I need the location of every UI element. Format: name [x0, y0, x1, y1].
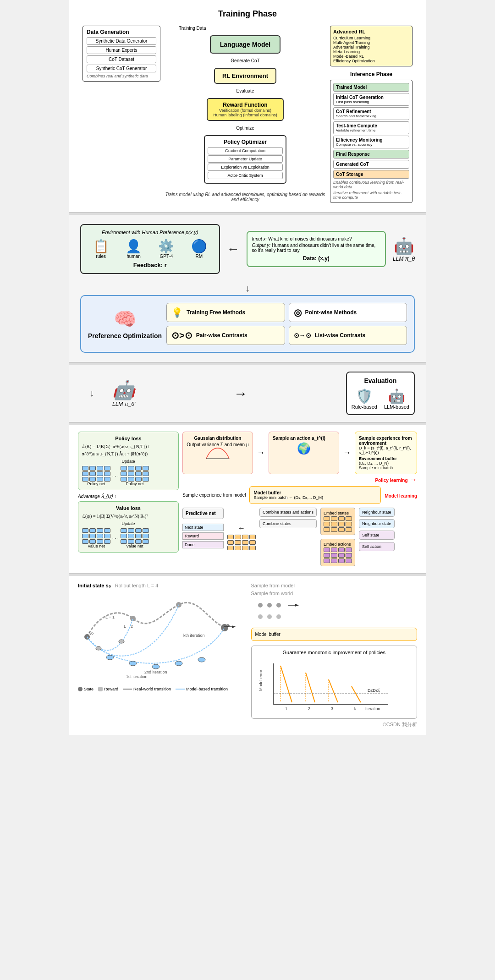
- rule-based-icon: 🛡️: [352, 388, 377, 404]
- pairwise-icon: ⊙>⊙: [171, 330, 192, 341]
- rollout-right: Sample from model Sample from world: [251, 583, 418, 728]
- outputs-col: Next state Reward Done: [182, 524, 224, 548]
- self-action-box: Self action: [359, 542, 395, 551]
- initial-state-label: Initial state s₀: [78, 583, 110, 589]
- bell-curve-svg: [204, 447, 231, 461]
- data-label: Data: (x,y): [252, 255, 381, 262]
- final-response: Final Response: [333, 150, 409, 159]
- sample-from-world-title: Sample from world: [251, 591, 418, 596]
- inference-phase-title: Inference Phase: [330, 71, 412, 77]
- svg-point-16: [276, 614, 281, 619]
- state-label: State: [84, 687, 94, 691]
- svg-point-7: [119, 640, 124, 643]
- input-row: Input x: What kind of noises did dinosau…: [252, 236, 381, 241]
- policy-loss-formula: ℒ(θᵢ) = 1/|B| Σ(- π^θ(aₜ|sₜ,s_{N,T}) / π…: [82, 443, 175, 458]
- training-phase-section: Training Phase Data Generation Synthetic…: [69, 0, 426, 213]
- rm-icon: 🔵: [191, 239, 207, 254]
- policy-learning-label: Policy learning: [375, 478, 407, 483]
- y-axis-label: Model error: [258, 670, 263, 691]
- reward-legend-label: Reward: [104, 687, 118, 691]
- threshold-label: D≤D≤ξ: [368, 688, 380, 693]
- policy-optimizer-label: Policy Optimizer: [208, 139, 283, 145]
- human-experts: Human Experts: [87, 46, 156, 54]
- env-buffer-label: Environment buffer: [359, 456, 413, 461]
- evaluate-label: Evaluate: [236, 88, 254, 93]
- policy-loss-title: Policy loss: [82, 436, 175, 441]
- arrow-down-1: ↓: [80, 283, 415, 294]
- listwise-label: List-wise Contrasts: [315, 332, 366, 339]
- right-arrow-2: →: [343, 448, 351, 458]
- env-title: Environment with Human Preference p(x,y): [86, 230, 214, 235]
- neighbour-state-box-2: Neighbour state: [359, 519, 395, 528]
- model-buffer-right-box: Model buffer: [251, 628, 418, 641]
- rollout-labels-row: Initial state s₀ Rollout length L = 4: [78, 583, 244, 589]
- actor-critic: Actor-Critic System: [208, 172, 283, 179]
- l1-label: L = 1: [105, 615, 115, 619]
- dots-label2: · · ·: [112, 536, 119, 541]
- pred-grid-1: [227, 535, 256, 550]
- policy-optimizer-box: Policy Optimizer Gradient Computation Pa…: [204, 135, 286, 184]
- rl-algorithm-section: Policy loss ℒ(θᵢ) = 1/|B| Σ(- π^θ(aₜ|sₜ,…: [69, 425, 426, 574]
- model-based-label: Model-based transition: [186, 687, 228, 691]
- input-text: What kind of noises did dinosaurs make?: [268, 236, 352, 241]
- page-container: Training Phase Data Generation Synthetic…: [69, 0, 426, 735]
- adversarial-training: Adversarial Training: [333, 45, 409, 49]
- adv-rl-title: Advanced RL: [333, 29, 409, 34]
- initial-cot-sub: First pass reasoning: [336, 100, 407, 104]
- pref-opt-label: Preference Optimization: [88, 332, 162, 339]
- synthetic-cot-gen: Synthetic CoT Generator: [87, 65, 156, 72]
- x-label-iter: Iteration: [365, 706, 380, 711]
- language-model-box: Language Model: [210, 35, 280, 54]
- right-top-row: Sample from model Sample from world: [251, 583, 418, 641]
- output-label: Output y:: [252, 243, 271, 248]
- inf-note1: Enables continuous learning from real-wo…: [333, 180, 409, 189]
- eval-items: 🛡️ Rule-based 🤖 LLM-based: [352, 388, 409, 410]
- value-net-label-2: Value net: [121, 544, 149, 548]
- policy-nets-row: Policy net · · · Policy net: [82, 466, 175, 486]
- pointwise-label: Point-wise Methods: [305, 309, 357, 316]
- svg-point-11: [267, 603, 272, 608]
- model-based-line: [176, 689, 185, 690]
- real-world-label: Real-world transition: [133, 687, 171, 691]
- rm-icon-item: 🔵 RM: [191, 239, 207, 259]
- model-buffer-label: Model buffer: [253, 490, 377, 495]
- eval-title: Evaluation: [352, 377, 409, 384]
- rule-based-label: Rule-based: [352, 404, 377, 410]
- s0-label: s₀: [89, 630, 94, 635]
- update-label-value: Update: [82, 521, 175, 526]
- listwise-method: ⊙→⊙ List-wise Contrasts: [289, 326, 407, 345]
- env-buffer-formula: D_k = (s_t^(i), a_t^(i), r_t^(i), s_{t+1…: [359, 446, 413, 455]
- update-label-policy: Update: [82, 459, 175, 464]
- multi-agent-training: Multi-Agent Training: [333, 40, 409, 45]
- svg-point-3: [152, 664, 160, 669]
- svg-point-2: [129, 661, 137, 666]
- env-buffer-box: Sample experience from environment D_k =…: [355, 432, 417, 474]
- predictive-net-box: Predictive net: [182, 508, 224, 519]
- right-arrow-eval: →: [144, 386, 336, 401]
- reward-function-box: Reward Function Verification (formal dom…: [207, 98, 284, 121]
- training-free-method: 💡 Training Free Methods: [166, 303, 285, 322]
- policy-learning-row: Policy learning →: [182, 476, 417, 484]
- svg-point-5: [198, 657, 205, 662]
- model-buffer-right-label: Model buffer: [255, 632, 280, 637]
- data-gen-title: Data Generation: [87, 29, 156, 35]
- efficiency-sub: Compute vs. accuracy: [336, 142, 407, 147]
- rlhf-top-row: Environment with Human Preference p(x,y)…: [80, 224, 415, 274]
- neighbour-state-box-1: Neighbour state: [359, 508, 395, 517]
- left-arrow-pred: ←: [238, 524, 245, 532]
- arrow-right-red: →: [410, 476, 417, 483]
- llm-robot-icon: 🤖: [393, 236, 415, 256]
- cot-refinement-sub: Search and backtracking: [336, 114, 407, 118]
- done-label: Done: [182, 541, 224, 548]
- test-time-compute: Test-time Compute Variable refinement ti…: [333, 121, 409, 134]
- rollout-left: Initial state s₀ Rollout length L = 4: [78, 583, 244, 728]
- llm-based-item: 🤖 LLM-based: [384, 388, 409, 410]
- predictive-section: Predictive net Next state Reward Done ←: [182, 508, 417, 566]
- value-net-item-1: Value net: [82, 528, 110, 548]
- value-net-item-2: Value net: [121, 528, 149, 548]
- cot-refinement: CoT Refinement Search and backtracking: [333, 107, 409, 120]
- human-label: human: [126, 254, 141, 259]
- training-bottom-note: Trains model using RL and advanced techn…: [165, 192, 325, 202]
- l2-label: L = 2: [124, 624, 133, 629]
- rollout-layout: Initial state s₀ Rollout length L = 4: [78, 583, 417, 728]
